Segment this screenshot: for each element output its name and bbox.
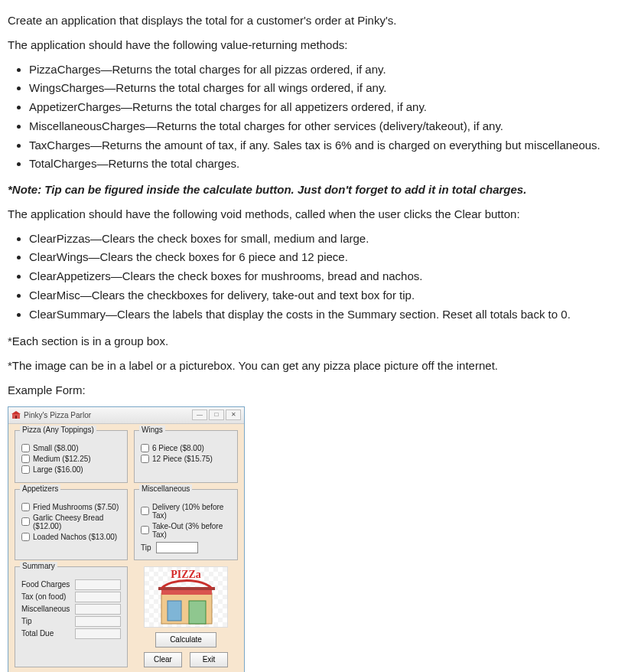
calculate-button[interactable]: Calculate — [155, 632, 216, 648]
note-groupbox: *Each section is in a group box. — [8, 333, 620, 350]
summary-misc-label: Miscellaneous — [21, 605, 72, 613]
groupbox-summary: Summary Food Charges Tax (on food) Misce… — [15, 566, 128, 667]
wings-12piece-checkbox[interactable] — [141, 455, 149, 463]
voids-item: ClearSummary—Clears the labels that disp… — [29, 306, 620, 323]
wings-6piece-row[interactable]: 6 Piece ($8.00) — [141, 444, 231, 452]
note-image: *The image can be in a label or a pictur… — [8, 357, 620, 374]
pizza-medium-checkbox[interactable] — [21, 455, 30, 463]
groupbox-misc: Miscellaneous Delivery (10% before Tax) … — [134, 489, 238, 560]
voids-item: ClearAppetizers—Clears the check boxes f… — [29, 268, 620, 285]
wings-6piece-checkbox[interactable] — [141, 444, 149, 452]
summary-misc-value — [75, 604, 121, 615]
pizza-small-checkbox[interactable] — [21, 444, 30, 452]
pizza-small-label: Small ($8.00) — [33, 444, 78, 452]
summary-tax-label: Tax (on food) — [21, 592, 72, 601]
note-tip: *Note: Tip can be figured inside the cal… — [8, 181, 620, 198]
summary-tax-value — [75, 592, 121, 602]
appetizer-nachos-checkbox[interactable] — [21, 533, 30, 541]
groupbox-appetizers-legend: Appetizers — [20, 484, 60, 493]
svg-rect-7 — [189, 601, 206, 624]
window-maximize-button[interactable]: □ — [209, 409, 224, 420]
appetizer-bread-checkbox[interactable] — [21, 517, 30, 526]
svg-rect-5 — [158, 587, 215, 590]
misc-takeout-label: Take-Out (3% before Tax) — [152, 522, 231, 539]
summary-total-label: Total Due — [21, 629, 72, 638]
example-form-label: Example Form: — [8, 382, 620, 399]
methods-item: TotalCharges—Returns the total charges. — [29, 155, 620, 172]
summary-total-value — [75, 628, 121, 639]
groupbox-summary-legend: Summary — [20, 562, 57, 570]
pizza-medium-row[interactable]: Medium ($12.25) — [21, 455, 121, 463]
svg-rect-6 — [168, 601, 181, 621]
misc-takeout-row[interactable]: Take-Out (3% before Tax) — [141, 522, 231, 539]
voids-item: ClearMisc—Clears the checkboxes for deli… — [29, 287, 620, 304]
methods-item: WingsCharges—Returns the total charges f… — [29, 80, 620, 96]
methods-intro: The application should have the followin… — [8, 37, 620, 54]
pizza-small-row[interactable]: Small ($8.00) — [21, 444, 121, 452]
appetizer-nachos-row[interactable]: Loaded Nachos ($13.00) — [21, 533, 121, 541]
pizza-medium-label: Medium ($12.25) — [33, 455, 91, 463]
groupbox-appetizers: Appetizers Fried Mushrooms ($7.50) Garli… — [15, 489, 128, 560]
groupbox-wings-legend: Wings — [139, 426, 165, 434]
groupbox-misc-legend: Miscellaneous — [139, 484, 192, 493]
groupbox-wings: Wings 6 Piece ($8.00) 12 Piece ($15.75) — [134, 430, 238, 483]
wings-12piece-row[interactable]: 12 Piece ($15.75) — [141, 455, 231, 463]
summary-tip-label: Tip — [21, 617, 72, 625]
appetizer-bread-row[interactable]: Garlic Cheesy Bread ($12.00) — [21, 514, 121, 530]
groupbox-pizza-legend: Pizza (Any Toppings) — [20, 426, 96, 434]
svg-rect-2 — [15, 416, 17, 419]
appetizer-mushrooms-label: Fried Mushrooms ($7.50) — [33, 503, 119, 511]
voids-item: ClearPizzas—Clears the check boxes for s… — [29, 230, 620, 247]
pizza-large-checkbox[interactable] — [21, 465, 30, 474]
exit-button[interactable]: Exit — [190, 652, 228, 667]
summary-food-value — [75, 579, 121, 590]
summary-food-label: Food Charges — [21, 580, 72, 589]
appetizer-mushrooms-checkbox[interactable] — [21, 503, 30, 511]
pizza-shop-image: PIZZa — [144, 566, 228, 628]
methods-item: PizzaCharges—Returns the total charges f… — [29, 61, 620, 78]
voids-intro: The application should have the followin… — [8, 206, 620, 223]
misc-delivery-checkbox[interactable] — [141, 507, 149, 515]
window-titlebar[interactable]: Pinky's Pizza Parlor — □ ✕ — [8, 407, 244, 424]
misc-tip-input[interactable] — [156, 542, 198, 553]
methods-item: AppetizerCharges—Returns the total charg… — [29, 99, 620, 116]
appetizer-bread-label: Garlic Cheesy Bread ($12.00) — [33, 514, 121, 530]
svg-marker-1 — [11, 411, 21, 414]
misc-delivery-row[interactable]: Delivery (10% before Tax) — [141, 503, 231, 520]
window-minimize-button[interactable]: — — [192, 409, 207, 420]
misc-delivery-label: Delivery (10% before Tax) — [152, 503, 231, 520]
appetizer-nachos-label: Loaded Nachos ($13.00) — [33, 533, 117, 541]
window-title: Pinky's Pizza Parlor — [24, 411, 91, 419]
misc-tip-label: Tip — [141, 543, 151, 552]
app-icon — [11, 410, 21, 419]
summary-tip-value — [75, 616, 121, 627]
methods-item: TaxCharges—Returns the amount of tax, if… — [29, 137, 620, 154]
example-form-window: Pinky's Pizza Parlor — □ ✕ Pizza (Any To… — [8, 406, 245, 673]
clear-button[interactable]: Clear — [144, 652, 182, 667]
pizza-large-row[interactable]: Large ($16.00) — [21, 465, 121, 474]
voids-item: ClearWings—Clears the check boxes for 6 … — [29, 249, 620, 266]
methods-item: MiscellaneousCharges—Returns the total c… — [29, 118, 620, 135]
misc-takeout-checkbox[interactable] — [141, 526, 149, 534]
wings-6piece-label: 6 Piece ($8.00) — [152, 444, 204, 452]
appetizer-mushrooms-row[interactable]: Fried Mushrooms ($7.50) — [21, 503, 121, 511]
wings-12piece-label: 12 Piece ($15.75) — [152, 455, 213, 463]
groupbox-pizza: Pizza (Any Toppings) Small ($8.00) Mediu… — [15, 430, 128, 483]
intro-paragraph: Create an application that displays the … — [8, 12, 620, 29]
methods-list: PizzaCharges—Returns the total charges f… — [8, 61, 620, 173]
pizza-large-label: Large ($16.00) — [33, 465, 83, 474]
window-close-button[interactable]: ✕ — [226, 409, 241, 420]
voids-list: ClearPizzas—Clears the check boxes for s… — [8, 230, 620, 323]
